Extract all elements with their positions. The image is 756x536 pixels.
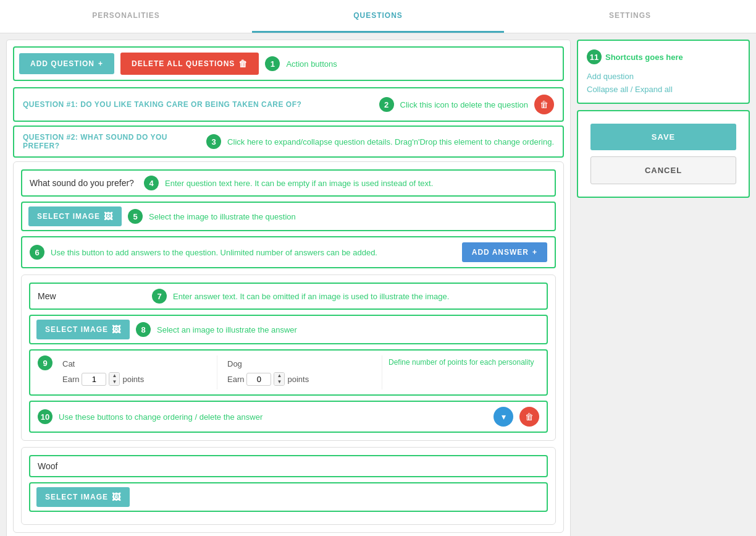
shortcut-separator: / — [631, 85, 635, 94]
woof-select-image-button[interactable]: SELECT IMAGE — [36, 487, 130, 507]
cat-points-label: points — [122, 375, 144, 384]
add-answer-label: ADD ANSWER — [472, 248, 529, 257]
cat-name: Cat — [62, 359, 213, 368]
woof-text-row — [29, 455, 548, 477]
question-2-label: QUESTION #2: WHAT SOUND DO YOU PREFER? — [23, 133, 200, 150]
cancel-button[interactable]: CANCEL — [590, 156, 736, 184]
answer-select-image-hint: Select an image to illustrate the answer — [157, 325, 297, 334]
answer-text-row: 7 Enter answer text. It can be omitted i… — [29, 283, 548, 310]
chevron-down-icon — [502, 412, 506, 422]
add-question-label: ADD QUESTION — [30, 59, 94, 68]
woof-select-image-label: SELECT IMAGE — [45, 493, 108, 501]
cat-points-up[interactable]: ▲ — [109, 373, 119, 379]
dog-earn-label: Earn — [227, 375, 244, 384]
personality-dog: Dog Earn ▲ ▼ points — [224, 355, 382, 389]
points-define-hint: Define number of points for each persona… — [388, 358, 539, 367]
right-panel: 11 Shortcuts goes here Add question Coll… — [577, 40, 750, 536]
woof-image-icon — [112, 492, 121, 502]
left-panel: ADD QUESTION DELETE ALL QUESTIONS 1 Acti… — [6, 40, 571, 536]
question-expanded: 4 Enter question text here. It can be em… — [13, 161, 564, 533]
top-tabs: PERSONALITIES QUESTIONS SETTINGS — [0, 0, 756, 33]
answer-select-image-label: SELECT IMAGE — [45, 325, 108, 334]
answer-text-hint: Enter answer text. It can be omitted if … — [173, 292, 449, 301]
answer-card-woof: SELECT IMAGE — [21, 447, 556, 525]
delete-question-1-button[interactable] — [534, 95, 554, 114]
dog-points-up[interactable]: ▲ — [274, 373, 284, 379]
cat-earn-label: Earn — [62, 375, 79, 384]
cat-points-controls: Earn ▲ ▼ points — [62, 372, 213, 386]
select-image-row: SELECT IMAGE 5 Select the image to illus… — [21, 202, 556, 231]
dog-points-label: points — [287, 375, 309, 384]
question-text-hint: Enter question text here. It can be empt… — [165, 179, 433, 188]
select-image-label: SELECT IMAGE — [37, 212, 100, 221]
add-question-button[interactable]: ADD QUESTION — [19, 53, 114, 74]
select-image-hint: Select the image to illustrate the quest… — [149, 212, 296, 221]
woof-text-input[interactable] — [38, 461, 146, 471]
badge-4: 4 — [144, 176, 159, 190]
add-answer-plus-icon — [532, 248, 537, 257]
answer-select-image-row: SELECT IMAGE 8 Select an image to illust… — [29, 315, 548, 344]
question-1-row: QUESTION #1: DO YOU LIKE TAKING CARE OR … — [13, 87, 564, 122]
expand-all-shortcut[interactable]: Expand all — [635, 85, 673, 94]
add-answer-hint: Use this button to add answers to the qu… — [51, 248, 377, 257]
select-image-button[interactable]: SELECT IMAGE — [28, 206, 122, 226]
badge-6: 6 — [30, 245, 44, 260]
question-text-input[interactable] — [30, 178, 138, 188]
personality-cat: Cat Earn ▲ ▼ points — [59, 355, 217, 389]
badge-7: 7 — [152, 289, 167, 304]
delete-all-questions-button[interactable]: DELETE ALL QUESTIONS — [120, 53, 259, 75]
plus-icon — [98, 59, 103, 68]
cat-points-down[interactable]: ▼ — [109, 379, 119, 385]
woof-select-image-row: SELECT IMAGE — [29, 482, 548, 512]
action-buttons-hint: Action buttons — [286, 59, 337, 69]
add-answer-button[interactable]: ADD ANSWER — [462, 242, 547, 262]
shortcuts-title: 11 Shortcuts goes here — [587, 49, 740, 64]
save-button[interactable]: SAVE — [590, 124, 736, 150]
dog-points-input[interactable] — [246, 373, 271, 386]
answer-card-mew: 7 Enter answer text. It can be omitted i… — [21, 274, 556, 441]
badge-3: 3 — [206, 134, 221, 149]
tab-personalities[interactable]: PERSONALITIES — [0, 0, 252, 33]
dog-points-stepper: ▲ ▼ — [274, 372, 285, 386]
badge-9: 9 — [38, 355, 52, 370]
question-1-label: QUESTION #1: DO YOU LIKE TAKING CARE OR … — [23, 100, 373, 109]
order-down-button[interactable] — [494, 407, 513, 427]
trash-icon-answer — [525, 412, 534, 422]
question-2-hint: Click here to expand/collapse question d… — [227, 137, 554, 147]
action-buttons-row: ADD QUESTION DELETE ALL QUESTIONS 1 Acti… — [13, 46, 564, 81]
question-text-row: 4 Enter question text here. It can be em… — [21, 169, 556, 197]
add-question-shortcut[interactable]: Add question — [587, 72, 740, 81]
dog-name: Dog — [227, 359, 378, 368]
tab-settings[interactable]: SETTINGS — [504, 0, 756, 33]
answer-text-input-mew[interactable] — [38, 291, 146, 301]
points-row: 9 Cat Earn ▲ ▼ points — [29, 349, 548, 396]
save-cancel-box: SAVE CANCEL — [577, 110, 750, 198]
add-answer-row: 6 Use this button to add answers to the … — [21, 236, 556, 268]
tab-questions[interactable]: QUESTIONS — [252, 0, 504, 33]
image-icon — [104, 211, 113, 221]
dog-points-controls: Earn ▲ ▼ points — [227, 372, 378, 386]
badge-2: 2 — [379, 97, 394, 112]
collapse-all-shortcut[interactable]: Collapse all — [587, 85, 628, 94]
badge-1: 1 — [265, 56, 280, 71]
dog-points-down[interactable]: ▼ — [274, 379, 284, 385]
shortcuts-box: 11 Shortcuts goes here Add question Coll… — [577, 40, 750, 104]
order-delete-row: 10 Use these buttons to change ordering … — [29, 401, 548, 433]
trash-icon-q1 — [540, 100, 548, 109]
delete-answer-button[interactable] — [519, 407, 539, 427]
order-delete-hint: Use these buttons to change ordering / d… — [59, 412, 262, 422]
question-1-hint: Click this icon to delete the question — [400, 100, 528, 109]
question-2-row[interactable]: QUESTION #2: WHAT SOUND DO YOU PREFER? 3… — [13, 125, 564, 158]
cat-points-stepper: ▲ ▼ — [109, 372, 120, 386]
shortcuts-title-text: Shortcuts goes here — [605, 53, 683, 62]
cat-points-input[interactable] — [82, 373, 106, 386]
page-wrapper: PERSONALITIES QUESTIONS SETTINGS ADD QUE… — [0, 0, 756, 536]
answer-image-icon — [112, 325, 121, 334]
badge-11: 11 — [587, 49, 602, 64]
answer-select-image-button[interactable]: SELECT IMAGE — [36, 320, 130, 339]
main-content: ADD QUESTION DELETE ALL QUESTIONS 1 Acti… — [0, 33, 756, 536]
badge-10: 10 — [38, 409, 52, 424]
badge-8: 8 — [136, 322, 151, 337]
badge-5: 5 — [128, 209, 143, 224]
delete-all-label: DELETE ALL QUESTIONS — [132, 59, 235, 68]
